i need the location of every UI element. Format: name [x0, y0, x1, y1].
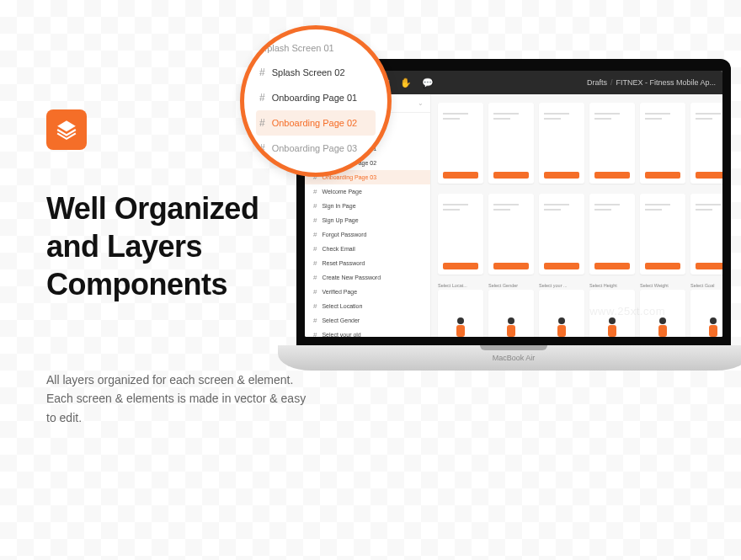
artboard[interactable] — [589, 192, 635, 275]
artboard-screen — [539, 194, 584, 275]
artboard-title: Select your ... — [539, 283, 584, 288]
layer-label: Select your old — [322, 332, 360, 337]
artboard-screen — [488, 290, 534, 337]
breadcrumb-root: Drafts — [587, 78, 607, 87]
magnifier-layer-label: Onboarding Page 03 — [272, 143, 358, 153]
headline: Well Organized and Layers Components — [46, 189, 316, 303]
comment-icon[interactable]: 💬 — [422, 77, 434, 88]
artboard-screen — [438, 194, 483, 275]
artboard[interactable]: Select Goal — [690, 283, 722, 337]
artboard-screen — [438, 290, 483, 337]
magnifier-callout: ...plash Screen 01#Splash Screen 02#Onbo… — [240, 25, 392, 177]
artboard-screen — [488, 103, 534, 184]
artboard-screen — [640, 194, 685, 275]
frame-hash-icon: # — [313, 216, 317, 224]
laptop-base: MacBook Air — [278, 345, 741, 371]
frame-hash-icon: # — [313, 274, 317, 281]
layer-label: Forgot Password — [322, 232, 366, 237]
magnifier-layer-label: Onboarding Page 02 — [272, 118, 358, 128]
breadcrumb-file: FITNEX - Fitness Mobile Ap... — [616, 78, 716, 87]
artboard-title: Select Height — [589, 283, 635, 288]
magnifier-layer-item[interactable]: #Onboarding Page 03 — [256, 136, 376, 154]
artboard[interactable]: Select your ... — [539, 283, 584, 337]
frame-hash-icon: # — [313, 231, 317, 238]
artboard[interactable] — [690, 192, 722, 275]
layer-item[interactable]: #Create New Password — [305, 270, 430, 285]
frame-hash-icon: # — [313, 188, 317, 195]
layer-item[interactable]: #Reset Password — [305, 256, 430, 270]
layer-label: Check Email — [322, 246, 355, 252]
artboard-screen — [690, 290, 722, 337]
layers-icon — [56, 119, 77, 141]
breadcrumb-sep: / — [610, 78, 613, 87]
canvas-area[interactable]: Select Locat...Select GenderSelect your … — [431, 94, 722, 337]
frame-hash-icon: # — [313, 245, 317, 253]
layer-label: Select Gender — [322, 317, 360, 323]
magnifier-layer-item[interactable]: ...plash Screen 01 — [256, 43, 376, 60]
artboard-title: Select Locat... — [438, 283, 483, 288]
artboard-row: Select Locat...Select GenderSelect your … — [438, 283, 716, 337]
artboard-screen — [539, 290, 584, 337]
magnifier-layer-item[interactable]: #Onboarding Page 02 — [256, 110, 376, 136]
frame-hash-icon: # — [313, 317, 317, 324]
artboard-screen — [690, 103, 722, 184]
frame-hash-icon: # — [259, 67, 265, 78]
artboard-screen — [589, 194, 635, 275]
artboard-screen — [690, 194, 722, 275]
artboard[interactable]: Select Gender — [488, 283, 534, 337]
artboard[interactable] — [690, 101, 722, 184]
layer-item[interactable]: #Select Gender — [305, 313, 430, 328]
magnifier-layer-label: Splash Screen 02 — [272, 67, 345, 77]
artboard[interactable] — [438, 192, 483, 275]
breadcrumb[interactable]: Drafts / FITNEX - Fitness Mobile Ap... — [587, 78, 716, 87]
frame-hash-icon: # — [313, 331, 317, 337]
magnifier-layer-item[interactable]: #Splash Screen 02 — [256, 60, 376, 85]
artboard-screen — [589, 103, 635, 184]
hand-icon[interactable]: ✋ — [400, 77, 412, 88]
artboard-row — [438, 101, 716, 184]
layer-item[interactable]: #Select Location — [305, 299, 430, 313]
layer-label: Verified Page — [322, 289, 357, 295]
frame-hash-icon: # — [313, 202, 317, 210]
artboard-title: Select Goal — [690, 283, 722, 288]
artboard-screen — [438, 103, 483, 184]
artboard[interactable] — [589, 101, 635, 184]
artboard-screen — [640, 103, 685, 184]
artboard[interactable] — [438, 101, 483, 184]
layer-item[interactable]: #Forgot Password — [305, 227, 430, 242]
layer-item[interactable]: #Verified Page — [305, 285, 430, 299]
frame-hash-icon: # — [313, 259, 317, 267]
artboard-screen — [488, 194, 534, 275]
layer-label: Select Location — [322, 303, 362, 309]
artboard-title: Select Weight — [640, 283, 685, 288]
subtext: All layers organized for each screen & e… — [46, 371, 316, 427]
layer-label: Sign In Page — [322, 203, 355, 209]
artboard-screen — [539, 103, 584, 184]
frame-hash-icon: # — [259, 92, 265, 104]
layer-item[interactable]: #Check Email — [305, 242, 430, 256]
artboard[interactable] — [640, 192, 685, 275]
layer-item[interactable]: #Sign In Page — [305, 199, 430, 213]
chevron-down-icon: ⌄ — [418, 99, 424, 107]
frame-hash-icon: # — [313, 302, 317, 310]
layer-item[interactable]: #Sign Up Page — [305, 213, 430, 227]
artboard[interactable] — [488, 192, 534, 275]
magnifier-layer-item[interactable]: #Onboarding Page 01 — [256, 85, 376, 110]
layer-item[interactable]: #Select your old — [305, 328, 430, 337]
magnifier-layer-label: ...plash Screen 01 — [259, 43, 334, 53]
watermark: www.25xt.com — [589, 305, 665, 317]
frame-hash-icon: # — [259, 142, 265, 154]
artboard[interactable] — [488, 101, 534, 184]
artboard[interactable] — [539, 192, 584, 275]
artboard-title: Select Gender — [488, 283, 534, 288]
artboard[interactable] — [640, 101, 685, 184]
layer-label: Reset Password — [322, 260, 365, 266]
layer-item[interactable]: #Welcome Page — [305, 184, 430, 199]
frame-hash-icon: # — [313, 288, 317, 296]
frame-hash-icon: # — [259, 117, 265, 129]
artboard[interactable]: Select Locat... — [438, 283, 483, 337]
magnifier-layer-label: Onboarding Page 01 — [272, 93, 358, 103]
feature-badge — [46, 109, 87, 150]
artboard[interactable] — [539, 101, 584, 184]
layer-label: Welcome Page — [322, 189, 361, 195]
